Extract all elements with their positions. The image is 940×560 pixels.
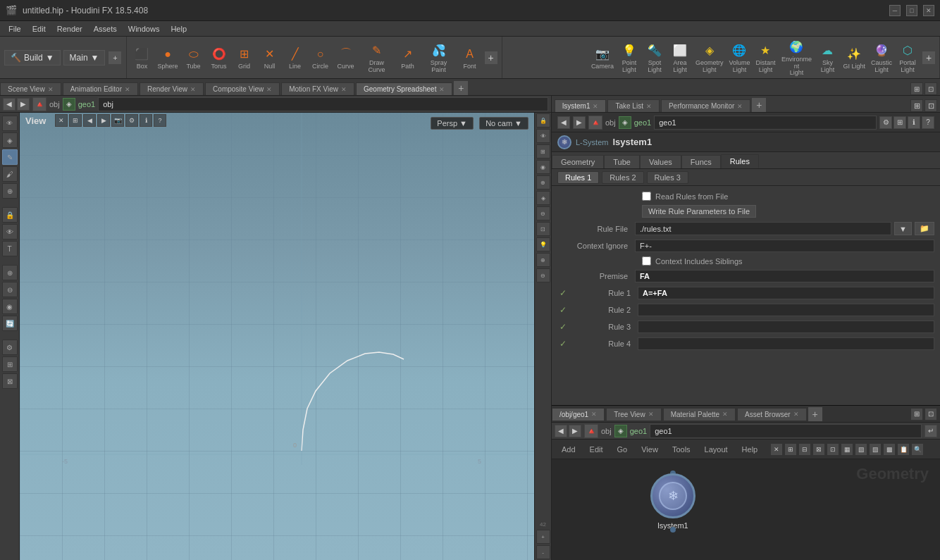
close-render-view[interactable]: ✕	[190, 86, 196, 93]
tool-draw-curve[interactable]: ✎ Draw Curve	[359, 40, 395, 75]
close-scene-view[interactable]: ✕	[48, 86, 54, 93]
rules-tab-2[interactable]: Rules 2	[602, 171, 643, 184]
tool-portal-light[interactable]: ⬡ PortalLight	[895, 40, 920, 75]
view-ctrl-4[interactable]: ▶	[97, 114, 110, 127]
main-dropdown[interactable]: Main▼	[63, 50, 106, 66]
net-icon-2[interactable]: ⊞	[784, 443, 797, 456]
add-light-button[interactable]: +	[922, 51, 936, 65]
network-node-lsystem1[interactable]: ❄ lsystem1	[650, 473, 695, 530]
view-tool[interactable]: 👁	[2, 116, 18, 131]
tab-obj-geo1[interactable]: /obj/geo1 ✕	[552, 408, 605, 421]
add-network-tab-button[interactable]: +	[808, 407, 822, 421]
net-tool-tools[interactable]: Tools	[668, 444, 695, 455]
tool-font[interactable]: A Font	[457, 44, 483, 72]
close-tree-view-tab[interactable]: ✕	[648, 411, 654, 418]
net-icon-5[interactable]: ⊡	[827, 443, 839, 456]
add-prop-tab-button[interactable]: +	[752, 98, 766, 112]
pivot-tool[interactable]: ⊕	[2, 265, 18, 280]
view-ctrl-help[interactable]: ?	[154, 114, 166, 127]
guide-tool[interactable]: ⊖	[2, 282, 18, 297]
net-path-icon[interactable]: 🔺	[584, 424, 598, 438]
tool-area-light[interactable]: ⬜ AreaLight	[667, 40, 693, 75]
tool-null[interactable]: ✕ Null	[257, 44, 283, 72]
rt-lock[interactable]: 🔒	[536, 113, 550, 127]
menu-edit[interactable]: Edit	[27, 23, 51, 35]
net-icon-3[interactable]: ⊟	[798, 443, 811, 456]
rt-bg[interactable]: ⊖	[536, 268, 550, 282]
transform-tool[interactable]: ✎	[2, 149, 18, 165]
3d-viewport[interactable]: 0 -5 5 5 y	[20, 113, 534, 560]
rt-zoom-in[interactable]: +	[536, 530, 550, 544]
tab-tube[interactable]: Tube	[604, 155, 640, 168]
menu-help[interactable]: Help	[165, 23, 192, 35]
net-icon-6[interactable]: ▦	[841, 443, 853, 456]
rt-lights[interactable]: 💡	[536, 237, 550, 251]
net-icon-10[interactable]: 📋	[897, 443, 910, 456]
close-asset-browser-tab[interactable]: ✕	[793, 411, 799, 418]
tool-spot-light[interactable]: 🔦 SpotLight	[642, 40, 667, 75]
net-back-button[interactable]: ◀	[555, 425, 567, 437]
tool-path[interactable]: ↗ Path	[395, 44, 421, 72]
net-icon-7[interactable]: ▧	[855, 443, 867, 456]
prop-detach-button[interactable]: ⊡	[924, 99, 937, 112]
rule-file-input[interactable]	[635, 222, 891, 235]
net-path-input[interactable]	[650, 424, 922, 438]
net-layout-button[interactable]: ⊞	[910, 408, 923, 421]
tab-performance-monitor[interactable]: Performance Monitor ✕	[661, 99, 750, 112]
net-icon-8[interactable]: ▨	[869, 443, 882, 456]
perspective-dropdown[interactable]: Persp ▼	[431, 117, 474, 130]
tool-curve[interactable]: ⌒ Curve	[333, 44, 359, 72]
net-icon-4[interactable]: ⊠	[812, 443, 825, 456]
rt-snap[interactable]: ◉	[536, 160, 550, 174]
tab-values[interactable]: Values	[640, 155, 681, 168]
rule2-input[interactable]	[638, 304, 934, 316]
tool-torus[interactable]: ⭕ Torus	[206, 44, 232, 72]
menu-assets[interactable]: Assets	[88, 23, 123, 35]
net-return-button[interactable]: ↵	[924, 425, 937, 437]
rt-orient[interactable]: ⊕	[536, 175, 550, 189]
net-icon-9[interactable]: ▩	[883, 443, 896, 456]
rt-disp[interactable]: ⊡	[536, 222, 550, 236]
close-lsystem-tab[interactable]: ✕	[593, 103, 598, 110]
view-ctrl-1[interactable]: ✕	[55, 114, 68, 127]
props-path-input[interactable]	[654, 116, 877, 130]
tab-geometry-spreadsheet[interactable]: Geometry Spreadsheet✕	[356, 82, 452, 95]
tab-take-list[interactable]: Take List ✕	[607, 99, 659, 112]
net-tool-edit[interactable]: Edit	[586, 444, 607, 455]
props-forward-button[interactable]: ▶	[573, 116, 586, 129]
handles-tool[interactable]: ⊞	[2, 356, 18, 372]
rules-tab-1[interactable]: Rules 1	[557, 171, 599, 184]
tab-material-palette[interactable]: Material Palette ✕	[663, 408, 736, 421]
props-layout-button[interactable]: ⊞	[893, 116, 906, 129]
tool-volume-light[interactable]: 🌐 VolumeLight	[726, 40, 753, 75]
view-ctrl-2[interactable]: ⊞	[69, 114, 82, 127]
tab-render-view[interactable]: Render View✕	[140, 82, 204, 95]
viewport-path-icon[interactable]: 🔺	[32, 97, 47, 111]
tab-tree-view[interactable]: Tree View ✕	[606, 408, 661, 421]
rules-tab-3[interactable]: Rules 3	[647, 171, 688, 184]
net-tool-help[interactable]: Help	[738, 444, 762, 455]
tool-environment-light[interactable]: 🌍 EnvironmentLight	[778, 37, 815, 78]
rt-view[interactable]: 👁	[536, 129, 550, 143]
snap-tool[interactable]: ◉	[2, 299, 18, 314]
add-tab-button[interactable]: +	[454, 81, 468, 95]
build-dropdown[interactable]: 🔨Build▼	[4, 50, 61, 66]
tab-detach-button[interactable]: ⊡	[924, 82, 937, 95]
select-tool[interactable]: ◈	[2, 132, 18, 148]
context-siblings-checkbox[interactable]	[642, 256, 651, 266]
lock-tool[interactable]: 🔒	[2, 207, 18, 223]
tab-geometry[interactable]: Geometry	[552, 155, 604, 168]
tool-distant-light[interactable]: ★ DistantLight	[753, 40, 778, 75]
close-button[interactable]: ✕	[923, 5, 934, 16]
view-ctrl-info[interactable]: ℹ	[140, 114, 152, 127]
window-controls[interactable]: ─ □ ✕	[889, 5, 934, 16]
net-tool-add[interactable]: Add	[557, 444, 580, 455]
tool-spray-paint[interactable]: 💦 Spray Paint	[421, 40, 457, 75]
template-tool[interactable]: T	[2, 241, 18, 256]
viewport-container[interactable]: View ✕ ⊞ ◀ ▶ 📷 ⚙ ℹ ? Persp ▼	[20, 113, 534, 560]
props-help-button[interactable]: ?	[922, 116, 934, 129]
tab-animation-editor[interactable]: Animation Editor✕	[63, 82, 138, 95]
pose-tool[interactable]: ⊕	[2, 183, 18, 199]
rule4-input[interactable]	[638, 337, 934, 350]
camera-dropdown[interactable]: No cam ▼	[479, 117, 528, 130]
